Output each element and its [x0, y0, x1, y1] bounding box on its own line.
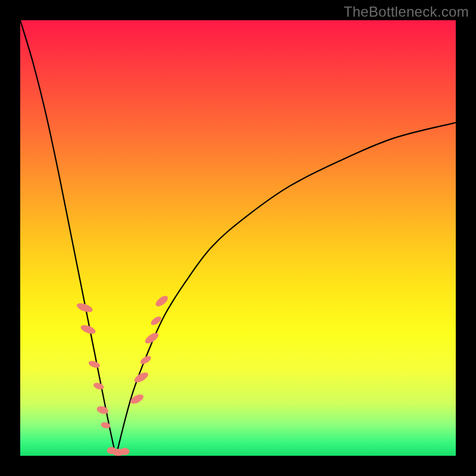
curve-marker: [120, 448, 130, 455]
bottleneck-curve: [20, 20, 456, 453]
curve-marker: [87, 359, 101, 369]
watermark-text: TheBottleneck.com: [343, 4, 469, 20]
curve-marker: [133, 371, 150, 384]
curve-marker: [154, 294, 170, 308]
curve-marker: [139, 354, 152, 365]
curve-marker: [93, 381, 105, 390]
plot-area: [20, 20, 456, 456]
chart-svg: [20, 20, 456, 456]
curve-marker: [80, 324, 97, 336]
chart-frame: TheBottleneck.com: [0, 0, 476, 476]
curve-marker: [149, 315, 162, 327]
